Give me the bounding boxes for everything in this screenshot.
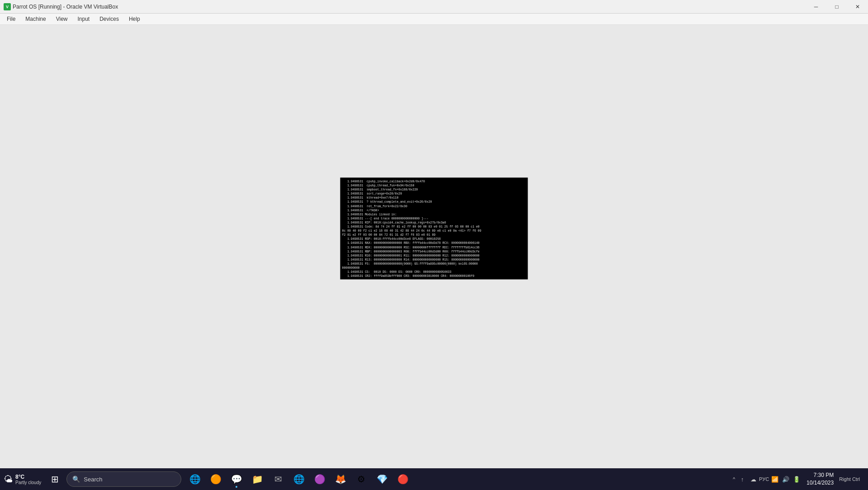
taskbar-settings[interactable]: ⚙: [351, 469, 371, 489]
window-controls: ─ □ ✕: [806, 0, 868, 14]
clock-date: 10/14/2023: [807, 479, 834, 487]
minimize-button[interactable]: ─: [806, 0, 826, 14]
taskbar-files[interactable]: 📁: [247, 469, 267, 489]
menu-item-help[interactable]: Help: [124, 14, 145, 24]
close-button[interactable]: ✕: [847, 0, 868, 14]
app-icon: V: [4, 3, 11, 10]
search-text: Search: [84, 476, 102, 483]
main-content: 1.9498531 cpuhp_invoke_callback+0x2d8/0x…: [0, 25, 868, 468]
taskbar-firefox[interactable]: 🦊: [330, 469, 350, 489]
tray-network-icon[interactable]: ↑: [738, 475, 747, 484]
tray-language-icon[interactable]: РУС: [760, 475, 769, 484]
taskbar-apps: 🌐 🟠 💬 📁 ✉ 🌐 🟣 🦊 ⚙ 💎 🔴: [181, 469, 413, 489]
start-button[interactable]: ⊞: [45, 469, 65, 489]
taskbar-app-orange[interactable]: 🟠: [206, 469, 226, 489]
tray-volume-icon[interactable]: 🔊: [781, 475, 790, 484]
weather-widget[interactable]: 🌤 8°C Partly cloudy: [0, 474, 45, 485]
system-tray: ↑ ☁ РУС 📶 🔊 🔋: [738, 475, 801, 484]
window-title: Parrot OS [Running] - Oracle VM VirtualB…: [13, 4, 118, 10]
taskbar-red-app[interactable]: 🔴: [393, 469, 413, 489]
right-ctrl-label: Right Ctrl: [839, 476, 863, 482]
tray-wifi-icon[interactable]: 📶: [770, 475, 779, 484]
tray-cloud-icon[interactable]: ☁: [749, 475, 758, 484]
taskbar: 🌤 8°C Partly cloudy ⊞ 🔍 Search 🌐 🟠 💬 📁 ✉…: [0, 468, 868, 490]
title-bar-left: V Parrot OS [Running] - Oracle VM Virtua…: [0, 3, 118, 10]
menu-item-devices[interactable]: Devices: [95, 14, 123, 24]
weather-condition: Partly cloudy: [15, 480, 41, 485]
menu-bar: FileMachineViewInputDevicesHelp: [0, 14, 868, 25]
menu-item-input[interactable]: Input: [73, 14, 94, 24]
menu-item-file[interactable]: File: [2, 14, 20, 24]
taskbar-chrome[interactable]: 🌐: [289, 469, 309, 489]
search-bar[interactable]: 🔍 Search: [66, 471, 181, 487]
title-bar: V Parrot OS [Running] - Oracle VM Virtua…: [0, 0, 868, 14]
terminal-output: 1.9498531 cpuhp_invoke_callback+0x2d8/0x…: [340, 178, 528, 280]
terminal-window[interactable]: 1.9498531 cpuhp_invoke_callback+0x2d8/0x…: [340, 178, 528, 280]
tray-battery-icon[interactable]: 🔋: [792, 475, 801, 484]
restore-button[interactable]: □: [826, 0, 847, 14]
taskbar-purple-app[interactable]: 🟣: [310, 469, 330, 489]
taskbar-discord[interactable]: 💬: [226, 469, 246, 489]
weather-icon: 🌤: [4, 474, 13, 485]
weather-info: 8°C Partly cloudy: [15, 474, 41, 485]
menu-item-machine[interactable]: Machine: [21, 14, 50, 24]
search-icon: 🔍: [72, 476, 80, 483]
system-clock[interactable]: 7:30 PM 10/14/2023: [804, 471, 836, 487]
taskbar-right: ^ ↑ ☁ РУС 📶 🔊 🔋 7:30 PM 10/14/2023 Right…: [733, 471, 868, 487]
tray-chevron[interactable]: ^: [733, 476, 735, 482]
menu-item-view[interactable]: View: [52, 14, 72, 24]
taskbar-game[interactable]: 💎: [372, 469, 392, 489]
clock-time: 7:30 PM: [807, 471, 834, 479]
weather-temp: 8°C: [15, 474, 41, 480]
taskbar-edge[interactable]: 🌐: [185, 469, 205, 489]
taskbar-email[interactable]: ✉: [268, 469, 288, 489]
